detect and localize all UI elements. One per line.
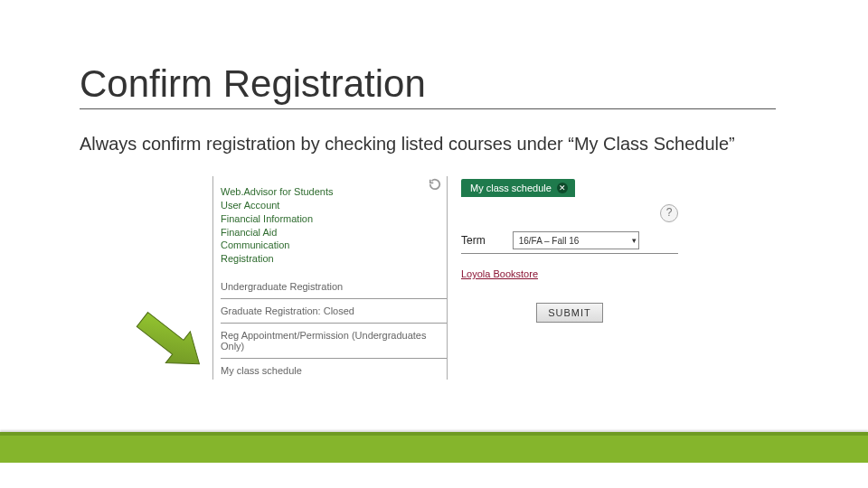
chevron-down-icon: ▾: [632, 236, 637, 245]
help-icon[interactable]: ?: [660, 204, 678, 222]
nav-link[interactable]: Financial Aid: [221, 226, 447, 239]
nav-link[interactable]: Financial Information: [221, 212, 447, 226]
slide-title: Confirm Registration: [80, 63, 776, 105]
slide: Confirm Registration Always confirm regi…: [0, 0, 868, 488]
nav-link[interactable]: Communication: [221, 239, 447, 252]
tab-label: My class schedule: [470, 183, 552, 193]
title-container: Confirm Registration: [80, 63, 776, 109]
nav-row-my-class-schedule[interactable]: My class schedule: [221, 359, 447, 382]
nav-row-reg-appointment[interactable]: Reg Appointment/Permission (Undergraduat…: [221, 324, 447, 359]
nav-link[interactable]: User Account: [221, 199, 447, 212]
nav-row-grad-closed[interactable]: Graduate Registration: Closed: [221, 299, 447, 324]
nav-link[interactable]: Web.Advisor for Students: [221, 185, 447, 199]
submit-button[interactable]: SUBMIT: [536, 303, 603, 323]
term-select-value: 16/FA – Fall 16: [519, 236, 580, 246]
term-select[interactable]: 16/FA – Fall 16 ▾: [513, 231, 639, 249]
slide-subtitle: Always confirm registration by checking …: [80, 134, 735, 155]
bookstore-link[interactable]: Loyola Bookstore: [461, 268, 538, 279]
term-label: Term: [461, 234, 486, 247]
nav-row-undergrad[interactable]: Undergraduate Registration: [221, 275, 447, 299]
webadvisor-nav-panel: Web.Advisor for Students User Account Fi…: [212, 176, 448, 380]
footer-accent-bar: [0, 432, 868, 463]
refresh-icon[interactable]: [429, 178, 441, 191]
nav-link[interactable]: Registration: [221, 252, 447, 266]
term-row: Term 16/FA – Fall 16 ▾: [461, 231, 678, 254]
nav-link-group: Web.Advisor for Students User Account Fi…: [221, 185, 447, 266]
bookstore-link-row: Loyola Bookstore: [461, 268, 678, 279]
callout-arrow-icon: [118, 303, 217, 375]
class-schedule-panel: My class schedule ✕ ? Term 16/FA – Fall …: [461, 179, 678, 323]
close-icon[interactable]: ✕: [557, 183, 568, 193]
active-tab[interactable]: My class schedule ✕: [461, 179, 575, 197]
